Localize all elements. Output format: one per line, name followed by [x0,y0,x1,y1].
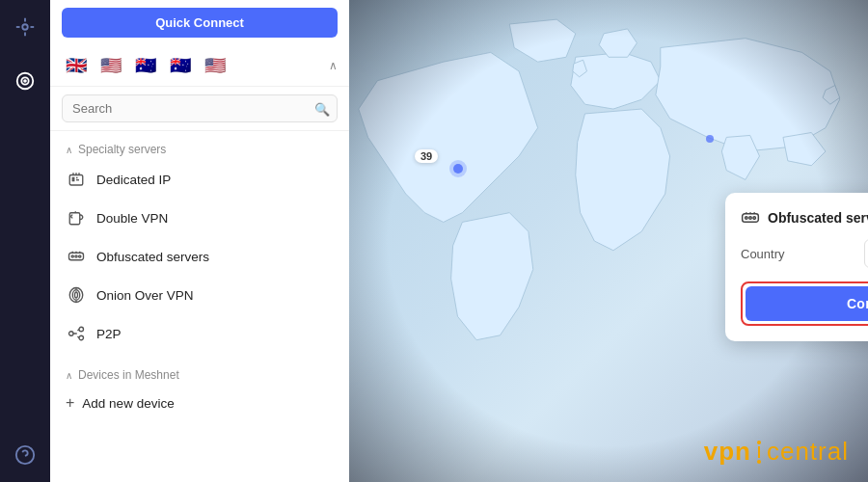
svg-rect-11 [69,213,80,225]
obfuscated-label: Obfuscated servers [96,250,209,264]
popup-country-row: Country ⚡ Fastest server ∨ [741,239,868,268]
flag-us1[interactable]: 🇺🇸 [96,51,125,80]
connect-button[interactable]: Connect [746,286,868,321]
double-vpn-label: Double VPN [96,211,168,226]
menu-item-p2p[interactable]: P2P [50,314,349,353]
popup-server-select[interactable]: ⚡ Fastest server ∨ [864,239,868,268]
sidebar-icons [0,0,50,482]
connect-btn-wrapper: Connect [741,281,868,326]
map-dot-asia[interactable] [706,135,714,143]
popup-card: Obfuscated servers × Country ⚡ Fastest s… [725,193,868,341]
specialty-chevron-icon: ∧ [66,145,72,155]
flag-gb[interactable]: 🇬🇧 [62,51,91,80]
sidebar-icon-crosshair[interactable] [8,10,42,44]
popup-header: Obfuscated servers × [741,208,868,228]
menu-item-dedicated-ip[interactable]: Dedicated IP [50,160,349,199]
svg-point-21 [79,335,84,340]
svg-point-15 [79,255,81,257]
left-panel: Quick Connect 🇬🇧 🇺🇸 🇦🇺 🇦🇺 🇺🇸 ∧ 🔍 ∧ Speci… [50,0,349,482]
flags-chevron-icon[interactable]: ∧ [329,59,338,72]
menu-list: ∧ Specialty servers Dedicated IP [50,131,349,482]
add-device-label: Add new device [82,396,174,411]
specialty-servers-header[interactable]: ∧ Specialty servers [50,135,349,160]
svg-point-19 [69,332,74,336]
add-device-item[interactable]: + Add new device [50,386,349,420]
svg-point-20 [79,327,84,332]
p2p-label: P2P [96,327,122,341]
popup-title: Obfuscated servers [768,210,868,226]
svg-point-13 [71,255,73,257]
svg-point-7 [24,80,26,82]
sidebar-icon-target[interactable] [8,64,42,98]
plus-icon: + [66,394,74,412]
popup-obfuscated-icon [741,208,760,228]
flags-row: 🇬🇧 🇺🇸 🇦🇺 🇦🇺 🇺🇸 ∧ [50,45,349,87]
flag-au1[interactable]: 🇦🇺 [131,51,160,80]
svg-point-18 [75,292,78,298]
flag-au2[interactable]: 🇦🇺 [166,51,195,80]
popup-country-label: Country [741,247,785,261]
flag-us2[interactable]: 🇺🇸 [201,51,230,80]
map-dot-label-39: 39 [415,149,438,163]
meshnet-header[interactable]: ∧ Devices in Meshnet [50,361,349,386]
menu-item-obfuscated[interactable]: Obfuscated servers [50,237,349,276]
svg-point-0 [22,24,28,30]
central-logo-text: central [767,437,849,467]
menu-item-double-vpn[interactable]: Double VPN [50,199,349,237]
p2p-icon [66,323,87,344]
search-input[interactable] [62,94,338,122]
meshnet-label: Devices in Meshnet [78,368,179,382]
onion-label: Onion Over VPN [96,288,194,303]
meshnet-section: ∧ Devices in Meshnet + Add new device [50,353,349,424]
search-wrap: 🔍 [62,94,338,122]
vpn-separator-icon [757,441,761,464]
map-dot-pulse [449,160,467,177]
meshnet-chevron-icon: ∧ [66,370,72,381]
search-container: 🔍 [50,87,349,131]
vpn-logo-text: vpn [704,437,751,467]
sidebar-icon-help[interactable] [8,438,42,472]
search-icon: 🔍 [314,101,330,116]
specialty-servers-label: Specialty servers [78,143,166,156]
double-vpn-icon [66,207,87,228]
svg-point-24 [749,217,752,220]
onion-icon [66,284,87,306]
svg-point-23 [746,217,748,220]
svg-point-14 [75,255,77,257]
popup-title-row: Obfuscated servers [741,208,868,228]
obfuscated-icon [66,246,87,267]
map-area: 39 5 Obfuscated servers × [349,0,868,482]
vpn-watermark: vpn central [704,437,849,467]
svg-point-25 [753,217,756,220]
menu-item-onion[interactable]: Onion Over VPN [50,276,349,314]
dedicated-ip-icon [66,169,87,190]
dedicated-ip-label: Dedicated IP [96,173,171,187]
quick-connect-button[interactable]: Quick Connect [62,8,338,38]
